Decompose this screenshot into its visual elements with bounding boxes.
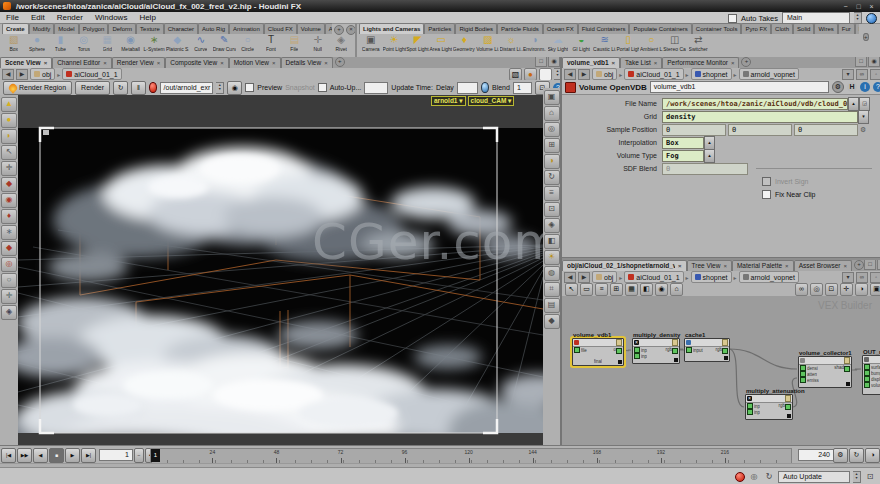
connect-nodes-icon[interactable]: ◎ [810, 283, 823, 296]
render-flag-icon[interactable] [846, 382, 850, 386]
translate-tool-icon[interactable]: ✛ [1, 161, 17, 176]
display-options-icon[interactable]: ◈ [544, 218, 560, 233]
close-tab-icon[interactable]: × [654, 58, 658, 68]
path-item-arnold_vopnet[interactable]: arnold_vopnet [739, 68, 799, 80]
path-item-aicloud_01_1[interactable]: aiCloud_01_1 [624, 271, 683, 283]
shelf-tab-populate-containers[interactable]: Populate Containers [629, 23, 691, 34]
pause-render-icon[interactable]: ‖ [131, 81, 146, 95]
shelf-tool-draw-curve[interactable]: ✎Draw Curve [213, 34, 236, 57]
add-node-icon[interactable]: ✛ [840, 283, 853, 296]
path-item-shopnet[interactable]: shopnet [691, 271, 732, 283]
preview-checkbox[interactable] [245, 83, 254, 92]
shelf-tool-switcher[interactable]: ⇄Switcher [686, 34, 709, 57]
misc-state-icon[interactable]: ∗ [1, 225, 17, 240]
file-menu-icon[interactable]: ▴▾ [848, 97, 859, 111]
stop-render-icon[interactable] [149, 82, 157, 93]
shelf-tool-sphere[interactable]: ●Sphere [25, 34, 48, 57]
maximize-icon[interactable]: □ [854, 2, 863, 11]
param-gear-icon[interactable]: ⚙ [860, 126, 866, 134]
shelf-tool-camera[interactable]: ▣Camera [359, 34, 382, 57]
sample-position-field-1[interactable]: 0 [728, 124, 792, 136]
menu-help[interactable]: Help [133, 13, 161, 22]
node-name-field[interactable]: volume_vdb1 [650, 81, 829, 93]
menu-edit[interactable]: Edit [25, 13, 51, 22]
shelf-tab-particle-fluids[interactable]: Particle Fluids [497, 23, 543, 34]
grid-snap-icon[interactable]: ⊞ [610, 283, 623, 296]
network-node-multiply_density[interactable]: multiply_density×inpinprgb [632, 338, 680, 364]
stop-button[interactable]: ■ [49, 448, 64, 463]
path-forward-icon[interactable]: ▶ [16, 69, 28, 80]
shelf-tab-rigid-bodies[interactable]: Rigid Bodies [455, 23, 497, 34]
network-node-cache1[interactable]: cache1inputrgb [684, 338, 730, 362]
shelf-tool-area-light[interactable]: ▭Area Light [429, 34, 452, 57]
view-tab-scene-view[interactable]: Scene View× [0, 57, 52, 68]
network-node-multiply_attenuation[interactable]: multiply_attenuation×inpinprgb [745, 394, 793, 420]
shelf-tool-grid[interactable]: ▦Grid [96, 34, 119, 57]
current-frame-field[interactable]: 1 [99, 449, 133, 461]
take-selector[interactable]: Main [782, 12, 850, 24]
shelf-tool-spot-light[interactable]: ◤Spot Light [406, 34, 429, 57]
end-frame-field[interactable]: 240 [798, 449, 834, 461]
shelf-tool-circle[interactable]: ○Circle [236, 34, 259, 57]
output-connector-icon[interactable] [616, 348, 622, 354]
construction-plane-icon[interactable]: ✛ [1, 289, 17, 304]
input-connector-icon[interactable] [747, 409, 753, 415]
node-wire[interactable] [623, 350, 631, 351]
shelf-tool-stereo-ca-[interactable]: ◫Stereo Ca... [663, 34, 686, 57]
cameras-state-icon[interactable]: ◎ [1, 257, 17, 272]
network-tab-obj-aicloud-02-1-shopnet-arnold-vopnet[interactable]: obj/aiCloud_02_1/shopnet/arnold_vopnet× [562, 260, 687, 271]
snapshot-icon[interactable]: ◉ [227, 81, 242, 95]
close-tab-icon[interactable]: × [324, 58, 328, 68]
input-connector-icon[interactable] [574, 347, 580, 353]
link-icon[interactable]: ∞ [856, 69, 868, 80]
shelf-tool-font[interactable]: TFont [259, 34, 282, 57]
shading-mode-icon[interactable]: ◍ [544, 266, 560, 281]
shelf-tool-ambient-l-[interactable]: ○Ambient L... [640, 34, 663, 57]
param-back-icon[interactable]: ◀ [564, 69, 576, 80]
network-node-volume_collector1[interactable]: volume_collector1densiattenemissshad [798, 356, 852, 388]
auto-takes-checkbox[interactable] [728, 14, 737, 23]
net-forward-icon[interactable]: ▶ [578, 272, 590, 283]
box-pick-icon[interactable]: ▭ [580, 283, 593, 296]
view-tab-motion-view[interactable]: Motion View× [229, 57, 281, 68]
output-connector-icon[interactable] [722, 348, 728, 354]
decrement-frame-button[interactable]: − [134, 448, 144, 463]
shelf-tab-particles[interactable]: Particles [424, 23, 455, 34]
render-flag-icon[interactable] [724, 356, 728, 360]
shelf-tool-metaball[interactable]: ◉Metaball [119, 34, 142, 57]
houdini-help-icon[interactable]: H [847, 82, 857, 92]
select-tool-icon[interactable]: ↖ [1, 145, 17, 160]
pin-icon[interactable]: ◦ [870, 69, 880, 80]
sdf-blend-field[interactable]: 0 [662, 163, 748, 175]
pane-menu-icon[interactable]: ◉ [868, 57, 880, 67]
shelf-tool-environm-[interactable]: ◑Environm... [523, 34, 546, 57]
shelf-tool-sky-light[interactable]: ☁Sky Light [546, 34, 569, 57]
align-nodes-icon[interactable]: ∞ [795, 283, 808, 296]
flat-mode-icon[interactable] [539, 68, 552, 81]
shelf-tab-model[interactable]: Model [54, 23, 78, 34]
output-driver-spinner[interactable]: ▴▾ [216, 82, 224, 94]
minimize-icon[interactable]: − [841, 2, 850, 11]
close-tab-icon[interactable]: × [612, 58, 616, 68]
node-display-flag[interactable] [616, 339, 622, 346]
jump-start-button[interactable]: |◀ [1, 448, 16, 463]
quickmarks-icon[interactable]: ◈ [1, 305, 17, 320]
help-globe-icon[interactable] [866, 13, 877, 24]
update-mode-select[interactable] [364, 82, 388, 94]
node-display-flag[interactable] [844, 357, 850, 364]
rop-badge[interactable]: arnold1 ▾ [431, 96, 466, 106]
ipr-globe-icon[interactable] [481, 82, 489, 93]
shelf-tab-container-tools[interactable]: Container Tools [692, 23, 742, 34]
wireframe-mode-icon[interactable]: ▧ [509, 68, 522, 81]
shelf-tab-cloth[interactable]: Cloth [771, 23, 793, 34]
grid-display-icon[interactable]: ⌗ [544, 282, 560, 297]
frame-all-icon[interactable]: ▣ [870, 283, 880, 296]
shaded-mode-icon[interactable]: ● [524, 68, 537, 81]
shelf-tool-caustic-li-[interactable]: ≋Caustic Li... [593, 34, 616, 57]
shelf-tab-texture[interactable]: Texture [136, 23, 164, 34]
checkbox-fix-near-clip[interactable] [762, 190, 771, 199]
organize-icon[interactable]: ◉ [655, 283, 668, 296]
render-flag-icon[interactable] [674, 358, 678, 362]
shelf-tab-wires[interactable]: Wires [814, 23, 837, 34]
output-driver-select[interactable]: /out/arnold_exr [160, 82, 214, 94]
